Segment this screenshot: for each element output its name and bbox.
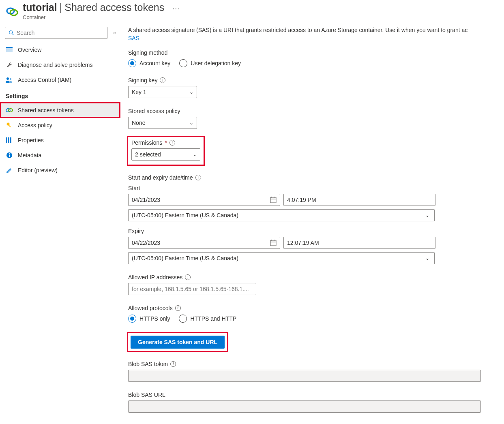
date-value: 04/22/2023 [132,240,160,246]
sidebar-item-metadata[interactable]: Metadata [0,148,120,163]
expiry-label: Expiry [128,228,504,234]
required-asterisk: * [165,139,167,146]
svg-point-9 [9,109,13,112]
sas-learn-more-link[interactable]: SAS [128,35,139,41]
sidebar-item-access-policy[interactable]: Access policy [0,118,120,133]
svg-rect-14 [10,137,11,143]
generate-highlight-box: Generate SAS token and URL [128,333,227,351]
sidebar-search[interactable] [5,27,107,39]
expiry-date-input[interactable]: 04/22/2023 [128,237,280,249]
blob-sas-url-field[interactable] [128,400,481,413]
svg-rect-22 [270,240,276,246]
expiry-timezone-select[interactable]: (UTC-05:00) Eastern Time (US & Canada) ⌄ [128,252,435,264]
radio-label: HTTPS and HTTP [190,315,236,322]
sidebar-item-label: Metadata [18,152,41,158]
sidebar-item-iam[interactable]: Access Control (IAM) [0,72,120,87]
main-content: A shared access signature (SAS) is a URI… [120,24,504,424]
chevron-down-icon: ⌄ [189,120,193,126]
stored-policy-select[interactable]: None ⌄ [128,117,197,129]
info-tooltip-icon[interactable]: i [185,274,191,280]
more-actions-button[interactable]: ··· [172,4,180,13]
page-header: tutorial | Shared access tokens ··· Cont… [0,0,504,24]
info-tooltip-icon[interactable]: i [160,77,165,83]
radio-https-only[interactable]: HTTPS only [128,315,170,323]
start-time-input[interactable]: 4:07:19 PM [283,194,435,206]
sidebar-item-label: Shared access tokens [18,107,74,113]
svg-point-6 [6,77,9,80]
info-tooltip-icon[interactable]: i [175,305,181,311]
sidebar: « Overview Diagnose and solve problems A… [0,24,120,424]
sidebar-item-editor[interactable]: Editor (preview) [0,163,120,178]
sidebar-item-label: Properties [18,137,44,143]
radio-user-delegation-key[interactable]: User delegation key [179,59,241,67]
start-expiry-label: Start and expiry date/time i [128,174,504,181]
sidebar-section-settings: Settings [0,87,120,103]
info-tooltip-icon[interactable]: i [195,175,201,180]
generate-sas-button[interactable]: Generate SAS token and URL [131,336,225,349]
start-label: Start [128,185,504,191]
info-tooltip-icon[interactable]: i [169,140,175,146]
allowed-protocols-label: Allowed protocols i [128,305,504,311]
sidebar-item-label: Overview [18,47,41,53]
svg-point-17 [9,153,10,154]
search-icon [9,30,14,36]
radio-https-and-http[interactable]: HTTPS and HTTP [179,315,236,323]
radio-circle-icon [179,315,187,323]
sidebar-item-shared-access-tokens[interactable]: Shared access tokens [0,103,120,118]
wrench-icon [6,61,13,69]
sidebar-item-label: Diagnose and solve problems [18,62,92,68]
link-icon [6,107,13,114]
people-icon [6,76,13,84]
stored-policy-label: Stored access policy [128,108,504,114]
sidebar-item-label: Access policy [18,122,52,128]
page-subtitle: Container [23,14,499,20]
svg-rect-18 [270,197,276,203]
blob-sas-url-label: Blob SAS URL [128,392,504,398]
permissions-select[interactable]: 2 selected ⌄ [131,148,200,161]
blob-sas-token-field[interactable] [128,370,481,382]
svg-rect-13 [8,137,9,143]
sidebar-search-input[interactable] [17,30,104,36]
radio-circle-icon [179,59,187,67]
svg-line-3 [12,34,14,35]
select-value: Key 1 [132,89,146,95]
container-icon [5,4,19,18]
signing-method-label: Signing method [128,49,504,56]
start-timezone-select[interactable]: (UTC-05:00) Eastern Time (US & Canada) ⌄ [128,209,435,221]
permissions-label: Permissions * i [131,139,200,146]
radio-circle-icon [128,59,136,67]
svg-rect-12 [6,137,7,143]
chevron-down-icon: ⌄ [189,89,193,95]
time-value: 12:07:19 AM [287,240,319,246]
chevron-down-icon: ⌄ [193,152,197,157]
svg-rect-11 [9,125,11,127]
start-date-input[interactable]: 04/21/2023 [128,194,280,206]
signing-key-select[interactable]: Key 1 ⌄ [128,86,197,98]
collapse-sidebar-button[interactable]: « [113,30,116,36]
calendar-icon [270,240,277,246]
select-value: 2 selected [135,151,161,158]
chevron-down-icon: ⌄ [425,212,429,218]
sidebar-item-diagnose[interactable]: Diagnose and solve problems [0,57,120,72]
blob-sas-token-label: Blob SAS token i [128,361,504,367]
properties-icon [6,137,13,144]
allowed-ip-label: Allowed IP addresses i [128,274,504,281]
allowed-ip-input[interactable] [128,283,256,295]
key-icon [6,122,13,129]
title-separator: | [60,2,62,13]
page-title-section: Shared access tokens [64,2,164,13]
expiry-time-input[interactable]: 12:07:19 AM [283,237,435,249]
calendar-icon [270,197,277,203]
date-value: 04/21/2023 [132,197,160,203]
sidebar-item-properties[interactable]: Properties [0,133,120,148]
info-tooltip-icon[interactable]: i [170,361,176,367]
select-value: (UTC-05:00) Eastern Time (US & Canada) [132,255,238,261]
permissions-highlight-box: Permissions * i 2 selected ⌄ [128,137,204,165]
radio-account-key[interactable]: Account key [128,59,170,67]
sidebar-item-overview[interactable]: Overview [0,42,120,57]
radio-circle-icon [128,315,136,323]
svg-rect-5 [6,48,13,52]
time-value: 4:07:19 PM [287,197,316,203]
radio-label: HTTPS only [139,315,170,322]
svg-point-7 [10,78,11,79]
